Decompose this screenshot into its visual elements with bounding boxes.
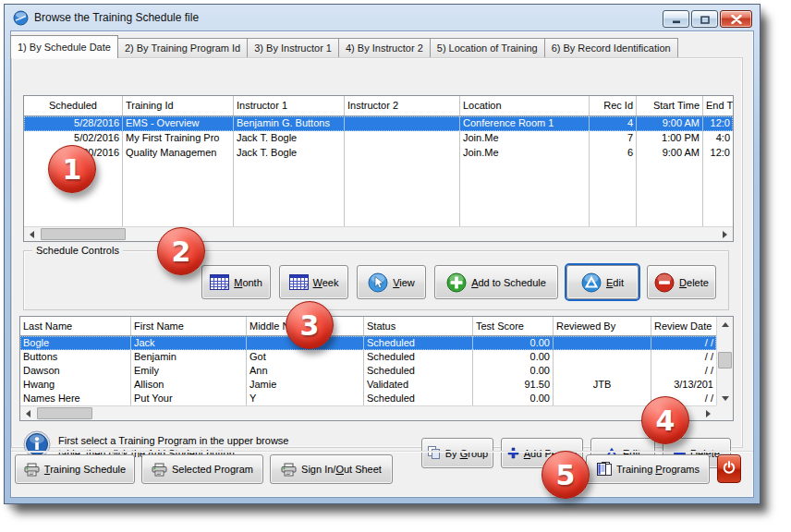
column-header-start-time: Start Time <box>637 96 703 115</box>
column-header-last-name: Last Name <box>20 317 131 335</box>
cell <box>123 161 234 226</box>
cell: Conference Room 1 <box>460 116 590 131</box>
scroll-down-arrow[interactable] <box>717 391 733 405</box>
cell: Names Here <box>20 392 131 405</box>
person-row[interactable]: HwangAllisonJamieValidated91.50JTB3/13/2… <box>20 378 716 392</box>
column-header-reviewed-by: Reviewed By <box>554 317 651 335</box>
printer-icon <box>152 463 167 477</box>
scroll-left-arrow[interactable] <box>24 227 40 241</box>
window-controls <box>663 10 752 28</box>
cell: Jack T. Bogle <box>234 146 345 161</box>
power-button[interactable] <box>717 454 741 483</box>
schedule-grid: ScheduledTraining IdInstructor 1Instruct… <box>23 95 734 242</box>
column-header-end-time: End Time <box>703 96 733 115</box>
view-button[interactable]: View <box>357 265 426 299</box>
schedule-grid-hscrollbar[interactable] <box>24 226 733 241</box>
cell: JTB <box>554 378 651 392</box>
button-label: Training Programs <box>616 464 700 475</box>
edit-button[interactable]: Edit <box>566 265 639 299</box>
cell: Quality Managemen <box>123 146 234 161</box>
cell <box>554 350 651 364</box>
scrollbar-thumb[interactable] <box>41 228 126 240</box>
browse-training-schedule-window: Browse the Training Schedule file 1) By … <box>4 4 761 504</box>
print-buttons: Training ScheduleSelected ProgramSign In… <box>15 454 393 484</box>
tab-5-location-of-training[interactable]: 5) Location of Training <box>430 38 545 57</box>
scroll-left-arrow[interactable] <box>20 406 36 420</box>
person-row[interactable]: Names HerePut YourYScheduled0.00/ / <box>20 392 716 405</box>
scrollbar-thumb[interactable] <box>37 407 92 419</box>
people-grid-hscrollbar[interactable] <box>20 405 716 420</box>
person-row[interactable]: ButtonsBenjaminGotScheduled0.00/ / <box>20 350 716 364</box>
tab-6-by-record-identification[interactable]: 6) By Record Identification <box>544 38 678 57</box>
add-icon <box>446 272 467 293</box>
title-bar[interactable]: Browse the Training Schedule file <box>5 5 760 30</box>
screenshot-stage: Browse the Training Schedule file 1) By … <box>0 0 791 532</box>
programs-button-holder: Training Programs <box>586 454 710 484</box>
schedule-row[interactable]: 4/30/2016Quality ManagemenJack T. BogleJ… <box>24 146 733 161</box>
close-button[interactable] <box>720 10 752 28</box>
training-programs-button[interactable]: Training Programs <box>586 454 710 484</box>
globe-icon <box>13 10 29 26</box>
button-label: Week <box>313 277 339 288</box>
cell: 9:00 AM <box>637 116 703 131</box>
tab-strip: 1) By Schedule Date2) By Training Progra… <box>11 35 678 57</box>
tab-4-by-instructor-2[interactable]: 4) By Instructor 2 <box>338 38 431 57</box>
cell <box>703 161 733 226</box>
maximize-button[interactable] <box>691 10 718 28</box>
cell: 0.00 <box>473 392 554 405</box>
calendar-icon <box>289 274 309 290</box>
people-grid-header: Last NameFirst NameMiddle NameStatusTest… <box>20 317 716 336</box>
cell <box>590 161 637 226</box>
people-grid-vscrollbar[interactable] <box>716 317 733 405</box>
close-icon <box>731 11 742 28</box>
cell: 12:0 <box>703 146 733 161</box>
add-to-schedule-button[interactable]: Add to Schedule <box>434 265 558 299</box>
cell: 6 <box>590 146 637 161</box>
cell: 1:00 PM <box>637 131 703 146</box>
tab-2-by-training-program-id[interactable]: 2) By Training Program Id <box>117 38 248 57</box>
cell: 4:0 <box>703 131 733 146</box>
schedule-row[interactable]: 5/28/2016EMS - OverviewBenjamin G. Butto… <box>24 116 733 131</box>
cell: Scheduled <box>364 336 473 350</box>
button-label: Sign In/Out Sheet <box>301 464 382 475</box>
button-label: Add to Schedule <box>471 277 546 288</box>
minimize-button[interactable] <box>663 10 689 28</box>
cell: / / <box>651 350 716 364</box>
cell <box>345 131 460 146</box>
by-group-button[interactable]: By Group <box>421 438 493 468</box>
cell: 5/02/2016 <box>24 131 123 146</box>
cell: Got <box>247 350 364 364</box>
delete-circle-icon <box>654 272 675 293</box>
delete-button[interactable]: Delete <box>647 265 716 299</box>
callout-badge-2: 2 <box>157 227 205 275</box>
month-button[interactable]: Month <box>201 265 271 299</box>
cell: Y <box>247 392 364 405</box>
cell: Join.Me <box>460 131 590 146</box>
column-header-rec-id: Rec Id <box>590 96 637 115</box>
tab-1-by-schedule-date[interactable]: 1) By Schedule Date <box>10 35 118 58</box>
sign-in-out-sheet-button[interactable]: Sign In/Out Sheet <box>270 454 393 484</box>
person-row[interactable]: BogleJackScheduled0.00/ / <box>20 336 716 350</box>
selected-program-button[interactable]: Selected Program <box>141 454 263 484</box>
plus-icon <box>507 447 519 459</box>
schedule-row[interactable]: 5/02/2016My First Training ProJack T. Bo… <box>24 131 733 146</box>
cell: Hwang <box>20 378 131 392</box>
week-button[interactable]: Week <box>279 265 348 299</box>
training-schedule-button[interactable]: Training Schedule <box>15 454 135 484</box>
callout-badge-4: 4 <box>641 396 689 444</box>
cell: 3/13/201 <box>651 378 716 392</box>
button-label: Delete <box>679 277 709 288</box>
cell: 5/28/2016 <box>24 116 123 131</box>
scroll-right-arrow[interactable] <box>717 227 733 241</box>
scrollbar-thumb[interactable] <box>718 352 732 369</box>
cell: Jack T. Bogle <box>234 131 345 146</box>
column-header-instructor-1: Instructor 1 <box>234 96 345 115</box>
person-row[interactable]: DawsonEmilyAnnScheduled0.00/ / <box>20 364 716 378</box>
scroll-right-arrow[interactable] <box>700 406 716 420</box>
scroll-up-arrow[interactable] <box>717 317 733 332</box>
column-header-scheduled: Scheduled <box>24 96 123 115</box>
cell: Join.Me <box>460 146 590 161</box>
button-label: Training Schedule <box>44 464 126 475</box>
column-header-training-id: Training Id <box>123 96 234 115</box>
tab-3-by-instructor-1[interactable]: 3) By Instructor 1 <box>247 38 339 57</box>
